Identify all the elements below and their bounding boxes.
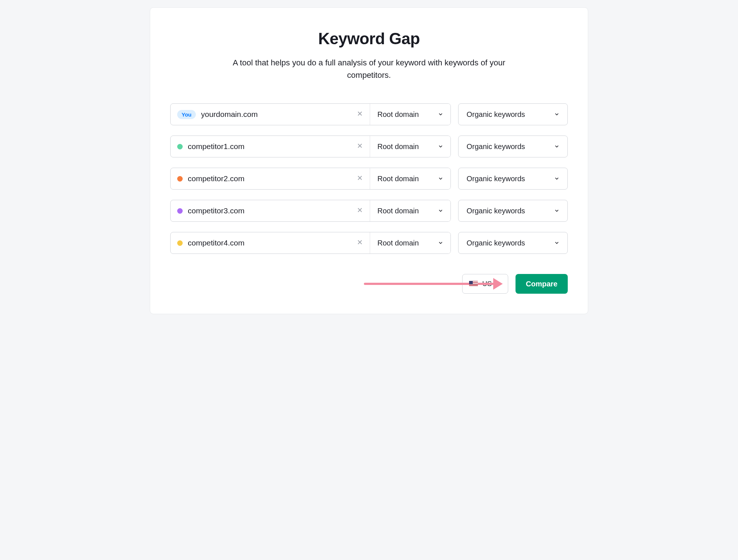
page-title: Keyword Gap (170, 30, 568, 48)
domain-input-group: Root domain (170, 168, 451, 190)
chevron-down-icon (554, 208, 559, 213)
scope-select[interactable]: Root domain (370, 136, 450, 157)
domain-input-wrap (171, 168, 370, 189)
chevron-down-icon (438, 240, 443, 245)
close-icon (357, 174, 363, 183)
domain-input[interactable] (201, 110, 350, 119)
color-dot-icon (177, 176, 183, 182)
clear-input-button[interactable] (355, 109, 365, 120)
domain-input-group: Root domain (170, 232, 451, 254)
close-icon (357, 142, 363, 151)
domain-input-group: YouRoot domain (170, 103, 451, 125)
domain-input-group: Root domain (170, 136, 451, 157)
scope-label: Root domain (377, 239, 419, 247)
domain-row: Root domainOrganic keywords (170, 136, 568, 157)
clear-input-button[interactable] (355, 205, 365, 216)
domain-input[interactable] (188, 206, 350, 215)
keyword-type-label: Organic keywords (467, 175, 525, 183)
domain-input-wrap (171, 232, 370, 254)
keyword-type-select[interactable]: Organic keywords (458, 200, 568, 222)
keyword-type-select[interactable]: Organic keywords (458, 136, 568, 157)
scope-label: Root domain (377, 175, 419, 183)
color-dot-icon (177, 208, 183, 214)
flag-us-icon (469, 281, 478, 287)
footer-controls: US Compare (170, 274, 568, 294)
domain-input[interactable] (188, 174, 350, 183)
chevron-down-icon (554, 112, 559, 117)
domain-input-group: Root domain (170, 200, 451, 222)
domain-rows: YouRoot domainOrganic keywordsRoot domai… (170, 103, 568, 254)
domain-input-wrap: You (171, 104, 370, 125)
chevron-down-icon (438, 144, 443, 149)
clear-input-button[interactable] (355, 237, 365, 248)
keyword-type-select[interactable]: Organic keywords (458, 168, 568, 190)
keyword-type-label: Organic keywords (467, 239, 525, 247)
color-dot-icon (177, 144, 183, 149)
chevron-down-icon (554, 176, 559, 181)
domain-input-wrap (171, 136, 370, 157)
scope-select[interactable]: Root domain (370, 200, 450, 221)
scope-label: Root domain (377, 207, 419, 215)
keyword-type-label: Organic keywords (467, 110, 525, 119)
domain-input-wrap (171, 200, 370, 221)
scope-label: Root domain (377, 142, 419, 151)
compare-button[interactable]: Compare (516, 274, 568, 294)
scope-select[interactable]: Root domain (370, 232, 450, 254)
keyword-gap-card: Keyword Gap A tool that helps you do a f… (150, 7, 588, 314)
keyword-type-label: Organic keywords (467, 207, 525, 215)
keyword-type-select[interactable]: Organic keywords (458, 103, 568, 125)
scope-select[interactable]: Root domain (370, 168, 450, 189)
keyword-type-label: Organic keywords (467, 142, 525, 151)
chevron-down-icon (554, 240, 559, 245)
page-subtitle: A tool that helps you do a full analysis… (219, 57, 519, 81)
close-icon (357, 110, 363, 119)
domain-row: Root domainOrganic keywords (170, 232, 568, 254)
you-badge: You (177, 110, 196, 119)
scope-label: Root domain (377, 110, 419, 119)
domain-input[interactable] (188, 239, 350, 247)
chevron-down-icon (438, 176, 443, 181)
close-icon (357, 206, 363, 215)
domain-input[interactable] (188, 142, 350, 151)
clear-input-button[interactable] (355, 173, 365, 184)
scope-select[interactable]: Root domain (370, 104, 450, 125)
clear-input-button[interactable] (355, 141, 365, 152)
keyword-type-select[interactable]: Organic keywords (458, 232, 568, 254)
domain-row: YouRoot domainOrganic keywords (170, 103, 568, 125)
color-dot-icon (177, 240, 183, 246)
close-icon (357, 238, 363, 247)
chevron-down-icon (438, 112, 443, 117)
chevron-down-icon (438, 208, 443, 213)
domain-row: Root domainOrganic keywords (170, 200, 568, 222)
chevron-down-icon (554, 144, 559, 149)
domain-row: Root domainOrganic keywords (170, 168, 568, 190)
